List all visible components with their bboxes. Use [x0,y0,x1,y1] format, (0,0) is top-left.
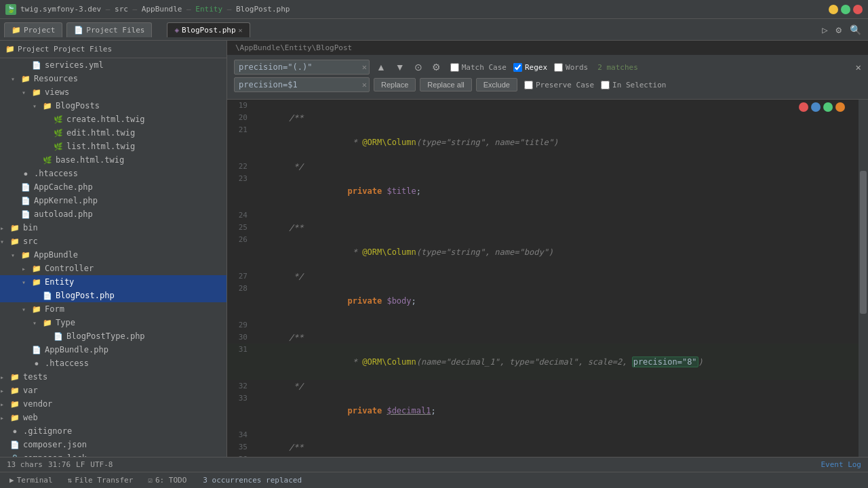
find-close-icon[interactable]: ✕ [856,62,861,73]
code-editor[interactable]: 19 20 /** 21 * @ORM\Column(type="strin [227,100,859,457]
folder-arrow: ▾ [22,89,31,96]
sidebar-item-blogposttype[interactable]: 📄 BlogPostType.php [0,329,226,343]
replace-clear-icon[interactable]: ✕ [362,80,367,89]
replace-all-button[interactable]: Replace all [420,78,471,92]
code-line-32: 32 */ [227,380,859,392]
sidebar-item-resources[interactable]: ▾ 📁 Resources [0,72,226,85]
sidebar-item-appbundle[interactable]: ▾ 📁 AppBundle [0,248,226,262]
folder-arrow: ▸ [22,265,31,272]
sidebar-item-autoload[interactable]: 📄 autoload.php [0,207,226,221]
sidebar-item-label: Type [56,318,75,327]
dot-file-icon: ● [20,168,31,179]
match-case-option[interactable]: Match Case [450,63,507,72]
find-prev-btn[interactable]: ▲ [374,60,389,74]
status-event-log[interactable]: Event Log [821,460,861,469]
in-selection-checkbox[interactable] [601,81,610,89]
sidebar-item-views[interactable]: ▾ 📁 views [0,85,226,99]
scrollbar[interactable] [859,100,868,457]
project-files-icon: 📄 [74,26,83,35]
in-selection-option[interactable]: In Selection [601,81,666,89]
folder-arrow: ▸ [0,401,9,408]
sidebar-item-tests[interactable]: ▸ 📁 tests [0,370,226,384]
toolbar: 📁 Project 📄 Project Files ◈ BlogPost.php… [0,19,868,41]
sidebar-item-composerlock[interactable]: 🔒 composer.lock [0,451,226,457]
sidebar-item-edit[interactable]: 🌿 edit.html.twig [0,126,226,140]
sidebar-item-src[interactable]: ▾ 📁 src [0,235,226,248]
find-input[interactable] [234,60,370,75]
sidebar-item-appcache[interactable]: 📄 AppCache.php [0,180,226,194]
sidebar-item-label: Entity [45,277,74,287]
php-file-icon: 📄 [20,195,31,206]
app-icon: 🍃 [5,4,16,15]
exclude-button[interactable]: Exclude [476,78,517,92]
sidebar-item-list[interactable]: 🌿 list.html.twig [0,140,226,153]
close-btn[interactable] [853,5,863,14]
sidebar-item-services[interactable]: 📄 services.yml [0,58,226,72]
replace-button[interactable]: Replace [374,78,416,92]
minimize-btn[interactable] [829,5,838,14]
sidebar-item-htaccess[interactable]: ● .htaccess [0,167,226,180]
folder-arrow: ▸ [0,387,9,394]
sidebar-item-controller[interactable]: ▸ 📁 Controller [0,262,226,275]
terminal-tab[interactable]: ▶ Terminal [5,474,57,486]
sidebar-item-blogpost-file[interactable]: 📄 BlogPost.php [0,289,226,302]
sidebar-item-blogposts[interactable]: ▾ 📁 BlogPosts [0,99,226,113]
status-bar: 13 chars 31:76 LF UTF-8 Event Log [0,457,868,472]
sidebar-item-bin[interactable]: ▸ 📁 bin [0,221,226,235]
sidebar-item-composerjson[interactable]: 📄 composer.json [0,438,226,451]
sidebar-item-htaccess2[interactable]: ● .htaccess [0,357,226,370]
sidebar-item-form[interactable]: ▾ 📁 Form [0,302,226,316]
line-number: 32 [227,380,256,392]
folder-arrow: ▸ [0,414,9,422]
scroll-thumb[interactable] [860,171,867,314]
preserve-case-option[interactable]: Preserve Case [524,81,594,89]
sidebar-item-appkernel[interactable]: 📄 AppKernel.php [0,194,226,207]
code-line-33: 33 private $decimal1; [227,392,859,429]
sidebar-item-base[interactable]: 🌿 base.html.twig [0,153,226,167]
run-btn[interactable]: ▷ [819,23,830,37]
close-tab-icon[interactable]: ✕ [239,26,243,34]
line-code: private $title; [269,173,859,209]
circle-blue [811,102,821,112]
line-number: 36 [227,453,256,457]
file-transfer-icon: ⇅ [68,476,73,485]
editor-area: \AppBundle\Entity\BlogPost ✕ ▲ ▼ ⊙ ⚙ Mat… [227,41,868,457]
sidebar-item-label: .gitignore [23,426,72,436]
words-option[interactable]: Words [554,63,588,72]
sidebar-item-entity[interactable]: ▾ 📁 Entity [0,275,226,289]
sidebar-item-var[interactable]: ▸ 📁 var [0,384,226,397]
find-next-btn[interactable]: ▼ [393,60,408,74]
find-row: ✕ ▲ ▼ ⊙ ⚙ Match Case Regex [234,60,861,75]
sidebar-item-web[interactable]: ▸ 📁 web [0,411,226,424]
preserve-case-checkbox[interactable] [524,81,533,89]
file-transfer-tab[interactable]: ⇅ File Transfer [64,474,138,486]
line-code: /** [269,112,859,124]
sidebar-item-gitignore[interactable]: ● .gitignore [0,424,226,438]
maximize-btn[interactable] [841,5,850,14]
tab-project-files[interactable]: 📄 Project Files [66,22,152,37]
regex-checkbox[interactable] [513,63,522,72]
sidebar-item-type[interactable]: ▾ 📁 Type [0,316,226,329]
line-code: * @ORM\Column(type="string", name="title… [269,124,859,161]
tab-project[interactable]: 📁 Project [4,22,62,37]
sidebar-item-label: BlogPostType.php [66,331,145,341]
find-options-btn[interactable]: ⚙ [429,60,443,74]
replace-input[interactable] [234,77,370,92]
search-icon[interactable]: 🔍 [847,23,864,37]
sidebar-item-label: AppCache.php [34,182,93,192]
line-code: */ [269,380,859,392]
tab-blogpost-label: BlogPost.php [182,26,235,35]
find-clear-icon[interactable]: ✕ [362,62,367,72]
todo-tab[interactable]: ☑ 6: TODO [144,474,191,486]
words-checkbox[interactable] [554,63,563,72]
find-history-btn[interactable]: ⊙ [412,60,425,74]
debug-btn[interactable]: ⚙ [833,23,844,37]
code-line-20: 20 /** [227,112,859,124]
window-controls [829,5,863,14]
sidebar-item-create[interactable]: 🌿 create.html.twig [0,113,226,126]
tab-blogpost[interactable]: ◈ BlogPost.php ✕ [167,22,250,37]
match-case-checkbox[interactable] [450,63,459,72]
regex-option[interactable]: Regex [513,63,547,72]
sidebar-item-appbundle-file[interactable]: 📄 AppBundle.php [0,343,226,357]
sidebar-item-vendor[interactable]: ▸ 📁 vendor [0,397,226,411]
